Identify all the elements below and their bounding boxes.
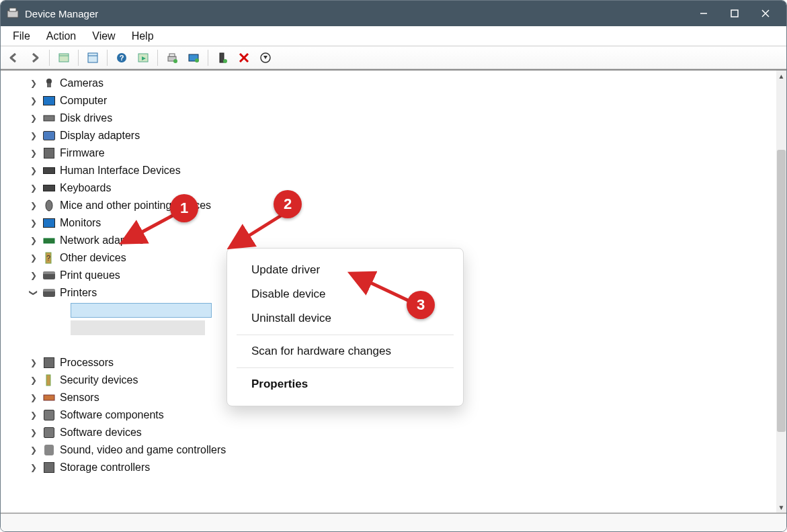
svg-point-28 [46,200,52,211]
camera-icon [42,77,56,89]
sound-icon [42,444,56,456]
titlebar[interactable]: Device Manager [1,1,786,26]
expand-icon[interactable] [29,358,38,367]
svg-point-20 [223,59,227,63]
expand-icon[interactable] [29,79,38,88]
svg-rect-32 [46,375,50,386]
expand-icon[interactable] [29,166,38,175]
annotation-badge-1: 1 [170,194,198,222]
expand-icon[interactable] [29,96,38,105]
action-sheet-button[interactable] [134,49,152,66]
tree-node-sw-devices[interactable]: Software devices [13,424,786,441]
security-icon [42,374,56,386]
disk-icon [42,112,56,124]
menu-file[interactable]: File [5,28,38,45]
svg-rect-26 [47,83,51,87]
tree-node-sound[interactable]: Sound, video and game controllers [13,441,786,459]
expand-icon[interactable] [29,428,38,437]
expand-icon[interactable] [29,201,38,210]
collapse-icon[interactable] [29,288,38,298]
network-icon [42,234,56,247]
svg-rect-33 [44,395,54,400]
monitor-icon [42,217,56,229]
annotation-badge-3: 3 [407,291,435,319]
svg-line-34 [125,212,179,241]
storage-icon [42,461,56,474]
printer-icon [53,322,67,334]
svg-point-25 [46,79,52,84]
expand-icon[interactable] [29,375,38,385]
show-hide-tree-button[interactable] [55,49,73,66]
tree-node-sw-components[interactable]: Software components [13,406,786,424]
expand-icon[interactable] [29,236,38,245]
expand-icon[interactable] [29,445,38,455]
processor-icon [42,357,56,369]
expand-icon[interactable] [29,114,38,123]
vertical-scrollbar[interactable]: ▲ ▼ [776,71,786,513]
svg-marker-24 [263,56,267,59]
forward-button[interactable] [26,49,44,66]
help-button[interactable]: ? [113,49,130,66]
tree-node-display-adapters[interactable]: Display adapters [13,127,786,144]
toolbar: ? [1,46,786,69]
tree-node-storage[interactable]: Storage controllers [13,459,786,476]
svg-point-16 [173,59,177,63]
cm-scan-hardware[interactable]: Scan for hardware changes [227,339,463,363]
printer-label [71,320,205,335]
back-button[interactable] [5,49,22,66]
minimize-button[interactable] [688,1,719,26]
expand-icon[interactable] [29,393,38,402]
tree-node-firmware[interactable]: Firmware [13,144,786,162]
expand-icon[interactable] [29,183,38,193]
svg-line-36 [354,275,411,302]
expand-icon[interactable] [29,148,38,158]
enable-device-button[interactable] [214,49,231,66]
printer-icon [53,304,67,316]
expand-icon[interactable] [29,271,38,280]
svg-rect-29 [44,238,54,243]
scroll-thumb[interactable] [777,150,786,432]
tree-node-disk-drives[interactable]: Disk drives [13,109,786,127]
scan-hardware-button[interactable] [185,49,202,66]
other-icon: ? [42,252,56,264]
close-button[interactable] [750,1,781,26]
cm-separator [237,335,454,335]
printer-icon [53,339,67,351]
annotation-badge-2: 2 [274,190,302,218]
cm-properties[interactable]: Properties [227,372,463,396]
menu-view[interactable]: View [84,28,123,45]
svg-rect-15 [169,54,175,56]
expand-icon[interactable] [29,253,38,263]
tree-node-cameras[interactable]: Cameras [13,75,786,92]
show-hidden-button[interactable] [257,49,274,66]
scroll-down-icon[interactable]: ▼ [776,502,786,513]
svg-rect-1 [9,8,16,11]
printqueue-icon [42,269,56,281]
svg-text:?: ? [46,254,50,262]
sensor-icon [42,392,56,404]
device-manager-window: Device Manager File Action View Help ? C… [0,0,787,532]
menubar: File Action View Help [1,26,786,46]
svg-rect-8 [88,53,97,62]
printer-icon [42,287,56,299]
printer-label [71,303,212,318]
menu-help[interactable]: Help [124,28,162,45]
properties-button[interactable] [84,49,101,66]
cm-separator [237,367,454,368]
expand-icon[interactable] [29,131,38,140]
update-driver-button[interactable] [163,49,181,66]
expand-icon[interactable] [29,218,38,228]
expand-icon[interactable] [29,410,38,420]
tree-node-computer[interactable]: Computer [13,92,786,109]
uninstall-device-button[interactable] [235,49,253,66]
tree-node-hid[interactable]: Human Interface Devices [13,162,786,179]
scroll-up-icon[interactable]: ▲ [776,71,786,81]
tree-node-keyboards[interactable]: Keyboards [13,179,786,197]
keyboard-icon [42,182,56,194]
maximize-button[interactable] [719,1,750,26]
svg-text:?: ? [120,54,124,62]
expand-icon[interactable] [29,463,38,472]
menu-action[interactable]: Action [38,28,84,45]
statusbar [1,513,786,531]
swdev-icon [42,427,56,439]
